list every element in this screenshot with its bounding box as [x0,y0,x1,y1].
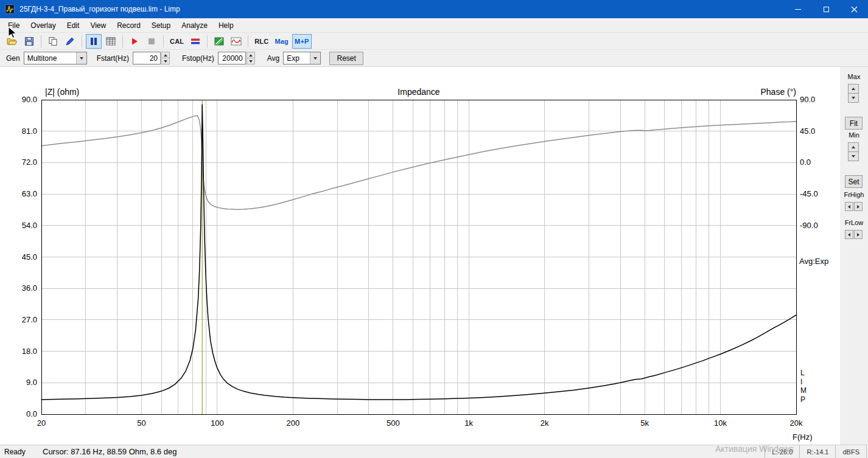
chart-title: Impedance [397,87,439,97]
x-axis-title: F(Hz) [793,432,813,442]
y-left-axis-title: |Z| (ohm) [45,87,79,97]
level-indicators: L:-26.0 R:-14.1 dBFS [765,445,867,458]
signal-waveform-button[interactable] [228,34,244,49]
min-down-button[interactable] [848,151,859,161]
rlc-label: RLC [254,38,268,45]
toolbar-separator [82,35,82,47]
x-tick-label: 10k [714,418,727,428]
max-up-button[interactable] [848,84,859,94]
title-bar: 25ГДН-3-4_Правый_горизонт подвеш.lim - L… [0,0,868,18]
frlow-label: FrLow [840,219,868,226]
spectrum-icon [214,37,224,46]
pause-icon [89,37,98,46]
level-units: dBFS [835,445,867,458]
data-table-button[interactable] [103,34,119,49]
copy-button[interactable] [45,34,61,49]
y-left-tick-label: 54.0 [22,221,37,230]
frhigh-label: FrHigh [840,191,868,198]
copy-icon [48,36,58,46]
record-play-button[interactable] [127,34,142,49]
y-left-tick-label: 45.0 [22,252,37,262]
arrow-up-icon [249,54,253,57]
close-button[interactable] [840,0,868,18]
x-tick-label: 5k [640,418,649,428]
generator-bar: Gen Multitone Fstart(Hz) 20 Fstop(Hz) 20… [0,50,868,67]
averaging-select[interactable]: Exp [283,52,321,64]
open-file-button[interactable] [4,34,20,49]
open-folder-icon [7,36,18,46]
y-right-tick-label: 0.0 [800,158,811,167]
set-button[interactable]: Set [845,175,863,188]
generator-select[interactable]: Multitone [24,52,87,64]
max-down-button[interactable] [848,93,859,103]
max-label: Max [840,73,868,80]
toolbar-separator [41,35,41,47]
toolbar-separator [163,35,164,47]
pause-button[interactable] [86,34,102,49]
menu-view[interactable]: View [85,19,111,32]
rlc-button[interactable]: RLC [252,34,271,49]
fstart-input[interactable]: 20 [133,52,161,64]
x-tick-label: 100 [211,418,224,428]
pen-icon [65,36,75,46]
waveform-icon [231,37,242,46]
arrow-down-icon [852,97,855,99]
cursor-readout: Cursor: 87.16 Hz, 88.59 Ohm, 8.6 deg [43,447,177,456]
x-tick-label: 20k [790,418,803,428]
chevron-down-icon[interactable] [310,52,320,64]
y-left-tick-label: 63.0 [22,189,37,198]
level-meter-button[interactable] [187,34,203,49]
arrow-left-icon [848,233,850,237]
menu-file[interactable]: File [2,19,25,32]
y-right-tick-label: 45.0 [800,127,815,136]
save-button[interactable] [21,34,37,49]
fstart-stepper[interactable]: 20 [133,52,170,64]
pen-tool-button[interactable] [62,34,78,49]
arrow-left-icon [848,205,850,209]
stop-button[interactable] [144,34,159,49]
close-icon [851,6,858,13]
magnitude-phase-button[interactable]: M+P [292,34,312,49]
menu-analyze[interactable]: Analyze [176,19,213,32]
limp-logo-letter: L [800,369,805,377]
status-bar: Ready Cursor: 87.16 Hz, 88.59 Ohm, 8.6 d… [0,445,868,458]
fstop-input[interactable]: 20000 [218,52,246,64]
table-icon [106,37,116,46]
impedance-chart[interactable]: 90.081.072.063.054.045.036.027.018.09.00… [0,67,840,445]
scale-control-panel: Max Fit Min Set FrHigh FrLow [840,67,868,445]
calibrate-button[interactable]: CAL [167,34,186,49]
chevron-down-icon[interactable] [76,52,86,64]
y-right-tick-label: -90.0 [800,221,818,230]
menu-help[interactable]: Help [213,19,239,32]
x-tick-label: 20 [37,418,46,428]
arrow-down-icon [852,155,855,158]
frhigh-left-button[interactable] [845,202,853,211]
frhigh-right-button[interactable] [854,202,863,211]
gen-label: Gen [6,54,20,63]
toolbar-separator [207,35,208,47]
x-tick-label: 50 [137,418,145,428]
menu-setup[interactable]: Setup [146,19,176,32]
min-up-button[interactable] [848,142,859,152]
arrow-right-icon [857,233,859,237]
fstart-down-button[interactable] [161,58,170,64]
menu-overlay[interactable]: Overlay [25,19,61,32]
menu-edit[interactable]: Edit [61,19,85,32]
spectrum-button[interactable] [211,34,227,49]
menu-record[interactable]: Record [111,19,146,32]
toolbar-separator [122,35,123,47]
frlow-right-button[interactable] [854,230,863,239]
minimize-button[interactable] [784,0,812,18]
x-tick-label: 2k [541,418,549,428]
reset-button[interactable]: Reset [329,52,363,65]
fstop-down-button[interactable] [247,58,255,64]
y-left-tick-label: 36.0 [22,283,37,293]
fit-button[interactable]: Fit [845,117,863,130]
maximize-button[interactable] [812,0,840,18]
frlow-left-button[interactable] [845,230,853,239]
main-area: 90.081.072.063.054.045.036.027.018.09.00… [0,67,868,445]
magnitude-button[interactable]: Mag [272,34,291,49]
fstop-stepper[interactable]: 20000 [218,52,255,64]
frhigh-arrows [845,202,863,211]
y-right-tick-label: 90.0 [800,95,815,104]
